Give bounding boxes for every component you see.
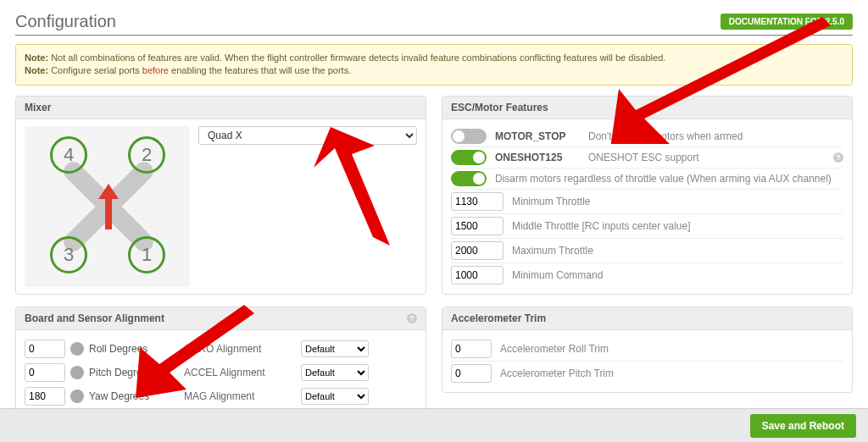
note-prefix-2: Note: (25, 65, 48, 75)
roll-degrees-input[interactable] (25, 340, 65, 358)
mid-throttle-input[interactable] (451, 217, 504, 235)
prop-1: 1 (128, 236, 165, 273)
note-box: Note: Not all combinations of features a… (15, 44, 853, 86)
accel-trim-panel: Accelerometer Trim Accelerometer Roll Tr… (442, 307, 853, 393)
accel-roll-trim-input[interactable] (451, 340, 492, 358)
accel-align-select[interactable]: Default (301, 364, 369, 381)
mid-throttle-label: Middle Throttle [RC inputs center value] (512, 220, 843, 232)
oneshot-desc: ONESHOT ESC support (588, 152, 825, 163)
max-throttle-input[interactable] (451, 241, 504, 260)
min-throttle-label: Minimum Throttle (512, 196, 843, 207)
mixer-select[interactable]: Quad X (198, 126, 417, 145)
max-throttle-label: Maximum Throttle (512, 245, 843, 257)
mixer-header: Mixer (16, 97, 426, 119)
save-reboot-button[interactable]: Save and Reboot (750, 414, 856, 438)
documentation-button[interactable]: DOCUMENTATION FOR 2.5.0 (721, 14, 853, 30)
motor-stop-label: MOTOR_STOP (495, 130, 580, 142)
pitch-label: Pitch Degrees (89, 367, 153, 378)
board-row-roll: Roll Degrees GYRO Alignment Default (25, 337, 417, 361)
motor-stop-toggle[interactable] (451, 129, 487, 144)
pitch-degrees-input[interactable] (25, 363, 65, 382)
accel-roll-trim-label: Accelerometer Roll Trim (500, 343, 843, 355)
note-text-2a: Configure serial ports (48, 65, 142, 75)
roll-label: Roll Degrees (89, 343, 147, 355)
accel-align-label: ACCEL Alignment (184, 367, 294, 378)
note-before: before (142, 65, 169, 75)
accel-pitch-trim-label: Accelerometer Pitch Trim (500, 367, 843, 379)
help-icon[interactable]: ? (407, 313, 417, 323)
roll-icon (70, 342, 84, 356)
note-text-1: Not all combinations of features are val… (48, 52, 665, 63)
gyro-align-select[interactable]: Default (301, 340, 369, 357)
oneshot-toggle[interactable] (451, 150, 487, 165)
board-alignment-title: Board and Sensor Alignment (25, 312, 164, 324)
footer-bar: Save and Reboot (0, 408, 868, 442)
gyro-align-label: GYRO Alignment (184, 343, 294, 355)
note-text-2b: enabling the features that will use the … (169, 65, 351, 75)
disarm-desc: Disarm motors regardless of throttle val… (495, 173, 843, 185)
note-prefix-1: Note: (25, 52, 48, 63)
accel-trim-title: Accelerometer Trim (442, 307, 852, 330)
board-alignment-panel: Board and Sensor Alignment ? Roll Degree… (15, 307, 426, 416)
disarm-toggle[interactable] (451, 171, 487, 186)
motor-stop-desc: Don't spin the motors when armed (588, 130, 843, 142)
prop-3: 3 (50, 236, 87, 273)
yaw-label: Yaw Degrees (89, 390, 149, 402)
help-icon[interactable]: ? (833, 152, 843, 163)
esc-panel: ESC/Motor Features MOTOR_STOP Don't spin… (442, 96, 853, 295)
min-throttle-input[interactable] (451, 192, 504, 211)
page-title: Configuration (15, 12, 116, 31)
esc-title: ESC/Motor Features (442, 97, 852, 119)
prop-2: 2 (128, 136, 165, 174)
oneshot-label: ONESHOT125 (495, 152, 580, 163)
board-row-pitch: Pitch Degrees ACCEL Alignment Default (25, 361, 417, 384)
min-command-input[interactable] (451, 266, 504, 285)
pitch-icon (70, 366, 84, 379)
min-command-label: Minimum Command (512, 269, 843, 281)
yaw-degrees-input[interactable] (25, 387, 65, 406)
mag-align-select[interactable]: Default (301, 388, 369, 405)
mixer-diagram: 4 2 3 1 (25, 126, 190, 287)
board-row-yaw: Yaw Degrees MAG Alignment Default (25, 384, 417, 408)
prop-4: 4 (50, 136, 87, 174)
mixer-panel: Mixer 4 2 3 1 Quad X (15, 96, 426, 295)
accel-pitch-trim-input[interactable] (451, 364, 492, 383)
mag-align-label: MAG Alignment (184, 390, 294, 402)
yaw-icon (70, 390, 84, 403)
